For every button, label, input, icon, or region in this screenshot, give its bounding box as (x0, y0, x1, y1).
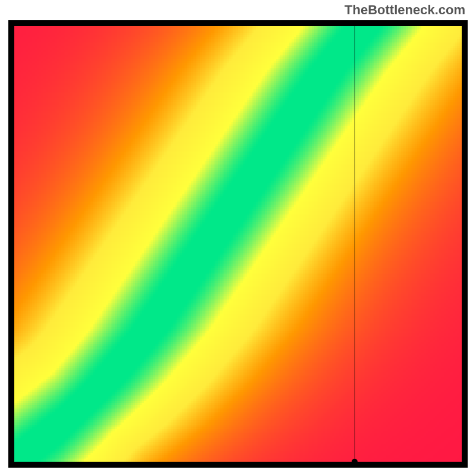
chart-container: TheBottleneck.com (0, 0, 476, 476)
heatmap-canvas (14, 26, 462, 462)
watermark-text: TheBottleneck.com (345, 2, 465, 18)
crosshair-vertical (355, 26, 355, 462)
marker-point (352, 459, 358, 462)
plot-area (14, 26, 462, 462)
plot-outer-frame (8, 20, 468, 468)
